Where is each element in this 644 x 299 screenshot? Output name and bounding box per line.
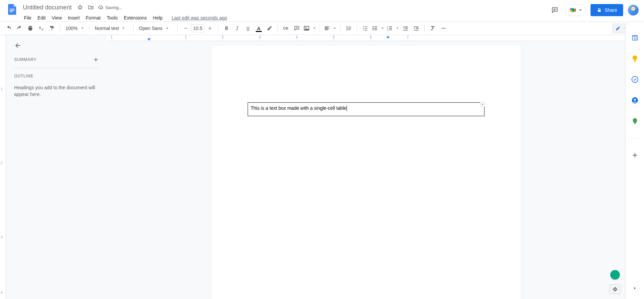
separator (278, 25, 278, 32)
font-select[interactable]: Open Sans (137, 24, 174, 33)
chevron-down-icon (122, 27, 125, 30)
insert-link-button[interactable] (281, 24, 291, 33)
page[interactable]: This is a text box made with a single-ce… (211, 45, 521, 299)
outline-collapse-button[interactable] (14, 42, 22, 49)
toolbar: 100% Normal text Open Sans A (0, 22, 644, 35)
move-icon[interactable] (87, 4, 95, 11)
align-button[interactable] (323, 24, 337, 33)
print-button[interactable] (26, 24, 35, 33)
ruler-number: 2 (222, 35, 224, 39)
font-value: Open Sans (139, 26, 163, 31)
svg-rect-7 (184, 28, 187, 28)
last-edit-link[interactable]: Last edit was seconds ago (172, 15, 227, 21)
image-icon (303, 25, 310, 31)
separator (14, 68, 99, 68)
highlight-button[interactable] (265, 24, 274, 33)
zoom-select[interactable]: 100% (64, 24, 86, 33)
italic-button[interactable] (232, 24, 242, 33)
chevron-right-icon (632, 286, 638, 291)
table-cell[interactable]: This is a text box made with a single-ce… (248, 102, 485, 116)
tasks-app-button[interactable] (628, 73, 642, 86)
explore-button[interactable] (610, 270, 620, 279)
menu-insert[interactable]: Insert (66, 14, 82, 22)
outline-placeholder: Headings you add to the document will ap… (14, 85, 99, 98)
more-button[interactable] (439, 24, 448, 33)
line-spacing-button[interactable] (344, 24, 353, 33)
print-icon (27, 25, 33, 31)
svg-point-9 (305, 27, 306, 28)
docs-icon (6, 3, 18, 15)
pencil-icon (613, 24, 623, 33)
keep-app-button[interactable] (628, 52, 642, 65)
menu-help[interactable]: Help (150, 14, 165, 22)
font-size-decrease[interactable] (181, 24, 190, 33)
numbered-list-button[interactable]: 123 (386, 24, 399, 33)
meet-button[interactable] (566, 4, 586, 16)
text-cursor (347, 106, 347, 111)
paint-format-button[interactable] (47, 24, 57, 33)
calendar-app-button[interactable]: 31 (628, 31, 642, 44)
insert-image-button[interactable] (303, 24, 316, 33)
undo-button[interactable] (4, 24, 13, 33)
redo-button[interactable] (15, 24, 24, 33)
workspace: · 1 · 2 · 3 · 4 SUMMARY OUTLINE Headings… (0, 35, 625, 299)
get-addons-button[interactable] (628, 148, 642, 162)
bold-button[interactable] (222, 24, 231, 33)
checklist-button[interactable] (360, 24, 370, 33)
ruler-number: 1 (111, 35, 113, 39)
bullet-list-button[interactable] (371, 24, 385, 33)
font-size-input[interactable] (191, 24, 205, 32)
menu-format[interactable]: Format (83, 14, 103, 22)
maps-app-button[interactable] (628, 114, 642, 128)
star-icon[interactable] (76, 4, 84, 11)
indent-marker-right[interactable] (386, 36, 390, 38)
spellcheck-button[interactable] (36, 24, 46, 33)
contacts-app-button[interactable] (628, 94, 642, 107)
ruler-number: 6 (370, 35, 372, 39)
svg-point-10 (372, 26, 373, 27)
menu-extensions[interactable]: Extensions (121, 14, 149, 22)
text-color-button[interactable]: A (254, 24, 263, 33)
arrow-left-icon (14, 42, 22, 49)
separator (60, 25, 60, 32)
docs-logo[interactable] (5, 3, 19, 16)
horizontal-ruler[interactable]: 1 1 2 3 4 5 6 7 (107, 35, 625, 41)
underline-button[interactable] (243, 24, 253, 33)
chevron-down-icon (481, 103, 484, 106)
indent-decrease-button[interactable] (401, 24, 410, 33)
clear-formatting-button[interactable] (428, 24, 437, 33)
add-summary-button[interactable] (93, 57, 99, 63)
document-title[interactable]: Untitled document (22, 3, 73, 12)
indent-marker-left[interactable] (147, 38, 151, 41)
indent-increase-button[interactable] (412, 24, 421, 33)
checklist-icon (362, 25, 368, 31)
comment-history-button[interactable] (549, 4, 561, 16)
svg-point-17 (443, 28, 444, 29)
ruler-number: 5 (333, 35, 335, 39)
svg-point-16 (441, 28, 442, 29)
calendar-icon: 31 (631, 34, 639, 41)
font-size-increase[interactable] (205, 24, 215, 33)
chevron-down-icon (313, 27, 316, 30)
hide-side-panel-button[interactable] (628, 281, 642, 295)
saving-label: Saving... (105, 5, 122, 10)
show-live-edits-button[interactable] (609, 284, 621, 294)
menu-view[interactable]: View (49, 14, 64, 22)
table-options-button[interactable] (480, 102, 485, 107)
paragraph-style-select[interactable]: Normal text (93, 24, 130, 33)
menu-file[interactable]: File (22, 14, 34, 22)
share-label: Share (605, 7, 617, 13)
spellcheck-icon (38, 25, 44, 31)
chevron-down-icon (396, 27, 399, 30)
document-canvas[interactable]: 1 1 2 3 4 5 6 7 This is a text box made … (107, 35, 625, 299)
separator (631, 138, 639, 138)
share-button[interactable]: Share (591, 4, 623, 16)
ruler-number: 4 (296, 35, 298, 39)
menu-edit[interactable]: Edit (35, 14, 48, 22)
account-avatar[interactable] (628, 5, 639, 15)
insert-comment-button[interactable] (292, 24, 301, 33)
menu-tools[interactable]: Tools (104, 14, 120, 22)
summary-label: SUMMARY (14, 57, 37, 62)
chevron-down-icon (579, 8, 582, 12)
plus-icon (93, 57, 99, 63)
